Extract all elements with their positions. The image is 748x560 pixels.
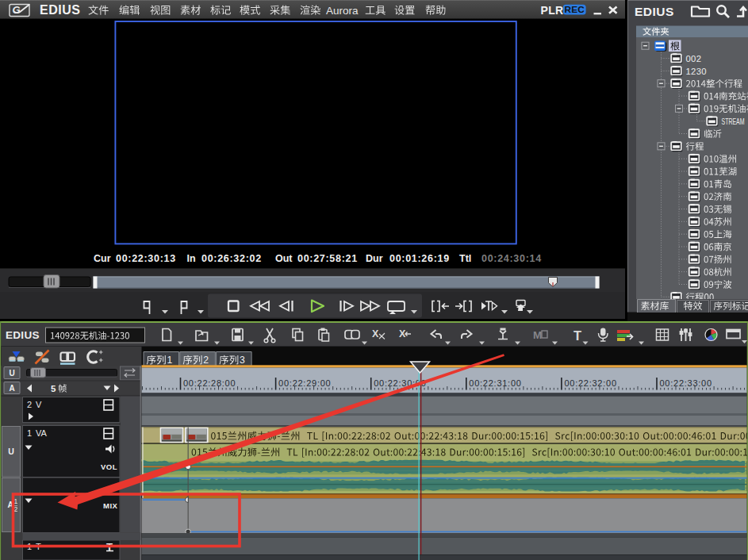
svg-text:5: 5 xyxy=(51,384,56,393)
svg-text:EDIUS: EDIUS xyxy=(40,3,80,17)
svg-text:002: 002 xyxy=(686,54,702,63)
svg-text:VA: VA xyxy=(36,428,48,438)
svg-text:PLR: PLR xyxy=(541,4,564,17)
svg-text:00:22:33:00: 00:22:33:00 xyxy=(660,378,712,388)
svg-text:1: 1 xyxy=(27,428,32,438)
svg-text:00:22:31:00: 00:22:31:00 xyxy=(469,378,521,388)
svg-text:00:26:32:02: 00:26:32:02 xyxy=(201,253,262,264)
svg-text:STREAM: STREAM xyxy=(722,117,745,126)
svg-text:2: 2 xyxy=(27,400,32,409)
svg-text:00:24:30:14: 00:24:30:14 xyxy=(481,253,542,264)
svg-text:00:27:58:21: 00:27:58:21 xyxy=(297,253,358,264)
svg-text:00:22:30:13: 00:22:30:13 xyxy=(116,253,176,264)
svg-text:VOL: VOL xyxy=(101,462,117,471)
svg-text:A: A xyxy=(9,384,14,393)
svg-text:00:22:32:00: 00:22:32:00 xyxy=(564,378,616,388)
svg-text:MIX: MIX xyxy=(103,501,118,510)
svg-text:Dur: Dur xyxy=(366,253,383,264)
svg-text:1230: 1230 xyxy=(686,67,707,76)
svg-text:In: In xyxy=(187,253,196,264)
svg-text:00:22:28:00: 00:22:28:00 xyxy=(183,378,236,388)
svg-text:U: U xyxy=(9,369,14,378)
svg-text:G: G xyxy=(13,4,21,16)
svg-text:3: 3 xyxy=(240,355,245,366)
svg-text:00:01:26:19: 00:01:26:19 xyxy=(389,253,450,264)
svg-text:M: M xyxy=(533,329,542,341)
svg-text:X: X xyxy=(372,328,379,339)
svg-text:EDIUS: EDIUS xyxy=(6,329,40,341)
svg-text:U: U xyxy=(8,447,14,456)
svg-text:Aurora: Aurora xyxy=(326,5,359,17)
svg-text:EDIUS: EDIUS xyxy=(635,5,674,18)
svg-text:REC: REC xyxy=(564,4,585,15)
svg-text:2: 2 xyxy=(203,355,209,366)
svg-text:Cur: Cur xyxy=(94,253,111,264)
svg-text:00:22:29:00: 00:22:29:00 xyxy=(278,378,331,388)
svg-text:Ttl: Ttl xyxy=(459,253,471,264)
svg-text:1: 1 xyxy=(167,355,173,366)
svg-text:V: V xyxy=(36,400,42,409)
svg-text:Out: Out xyxy=(275,253,293,264)
svg-text:T: T xyxy=(573,328,581,343)
